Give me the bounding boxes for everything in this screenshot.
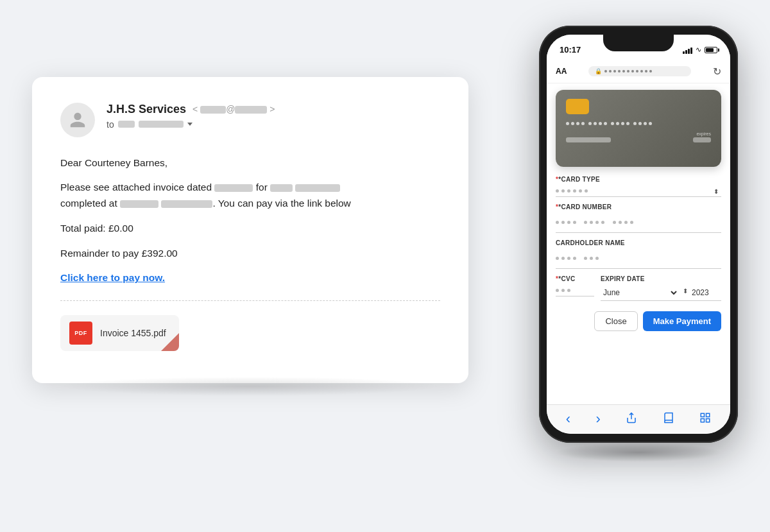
signal-bars-icon [683, 46, 692, 54]
forward-icon[interactable]: › [596, 411, 601, 427]
lock-icon: 🔒 [595, 68, 602, 74]
close-button[interactable]: Close [594, 311, 637, 331]
svg-rect-2 [701, 418, 705, 422]
expiry-year-input[interactable] [692, 287, 721, 298]
phone-screen: 10:17 ∿ [547, 35, 730, 434]
status-time: 10:17 [560, 45, 581, 55]
pay-now-link[interactable]: Click here to pay now. [60, 272, 165, 283]
card-name-bar [566, 137, 611, 142]
attachment-filename: Invoice 1455.pdf [100, 328, 166, 338]
expires-bar [693, 137, 711, 142]
aa-label[interactable]: AA [556, 67, 567, 76]
email-header: J.H.S Services < @ > to [60, 103, 440, 137]
book-icon[interactable] [663, 412, 674, 427]
sender-info: J.H.S Services < @ > to [107, 103, 440, 130]
card-number-dots [566, 122, 711, 125]
address-bar-row: AA 🔒 [547, 60, 730, 83]
email-shadow [58, 377, 443, 396]
expires-label: expires [693, 132, 711, 136]
email-card: J.H.S Services < @ > to Dear Courteney B… [32, 77, 468, 384]
remainder: Remainder to pay £392.00 [60, 246, 440, 262]
cardholder-name-input[interactable] [556, 249, 721, 269]
phone-frame: 10:17 ∿ [539, 26, 738, 443]
expiry-select-arrow: ⬍ [683, 287, 688, 298]
card-expires: expires [693, 132, 711, 142]
battery-icon [705, 47, 717, 53]
wifi-icon: ∿ [696, 46, 701, 54]
svg-rect-0 [701, 413, 705, 416]
phone-nav-bar: ‹ › [547, 404, 730, 434]
card-number-input[interactable] [556, 213, 721, 233]
phone-wrapper: 10:17 ∿ [539, 26, 738, 443]
attachment[interactable]: PDF Invoice 1455.pdf [60, 315, 179, 351]
card-chip [566, 99, 589, 114]
recipient-dropdown-icon[interactable] [187, 123, 193, 126]
signal-bar-1 [683, 51, 685, 54]
pdf-icon: PDF [69, 322, 92, 345]
to-label: to [107, 119, 114, 130]
make-payment-button[interactable]: Make Payment [643, 311, 721, 331]
card-type-label: **CARD TYPE [556, 176, 721, 183]
expiry-field: EXPIRY DATE June January February March … [601, 269, 721, 301]
expiry-month-select[interactable]: June January February March April May Ju… [601, 287, 679, 298]
tabs-icon[interactable] [699, 412, 711, 427]
total-paid: Total paid: £0.00 [60, 221, 440, 237]
share-icon[interactable] [626, 412, 637, 427]
refresh-icon[interactable]: ↻ [713, 65, 721, 78]
email-divider [60, 300, 440, 301]
cardholder-label: CARDHOLDER NAME [556, 239, 721, 246]
phone-notch [603, 35, 674, 51]
svg-rect-3 [706, 418, 710, 422]
battery-fill [706, 48, 714, 52]
cvc-field: **CVC [556, 269, 594, 296]
status-icons: ∿ [683, 46, 717, 54]
card-bottom: expires [566, 132, 711, 142]
cvc-input[interactable] [556, 285, 594, 296]
attachment-corner-decoration [161, 333, 179, 351]
signal-bar-3 [688, 49, 690, 54]
card-number-label: **CARD NUMBER [556, 203, 721, 210]
sender-email: < @ > [193, 104, 275, 114]
greeting: Dear Courteney Barnes, [60, 155, 440, 171]
email-body: Dear Courteney Barnes, Please see attach… [60, 155, 440, 287]
url-dots [604, 70, 652, 73]
body-paragraph: Please see attached invoice dated for co… [60, 180, 440, 212]
action-buttons: Close Make Payment [556, 311, 721, 334]
back-icon[interactable]: ‹ [566, 411, 570, 427]
card-type-select-wrapper[interactable]: ⬍ [556, 185, 721, 197]
credit-card-visual: expires [556, 90, 721, 167]
phone-shadow [555, 443, 722, 462]
signal-bar-4 [690, 47, 692, 54]
svg-rect-1 [706, 413, 710, 416]
sender-avatar [60, 103, 95, 137]
phone-content: expires **CARD TYPE [547, 83, 730, 404]
sender-name: J.H.S Services [107, 103, 186, 116]
expiry-selects[interactable]: June January February March April May Ju… [601, 285, 721, 301]
signal-bar-2 [685, 50, 687, 54]
url-bar[interactable]: 🔒 [588, 66, 691, 76]
cvc-expiry-row: **CVC EXPIRY DATE June January [556, 269, 721, 301]
